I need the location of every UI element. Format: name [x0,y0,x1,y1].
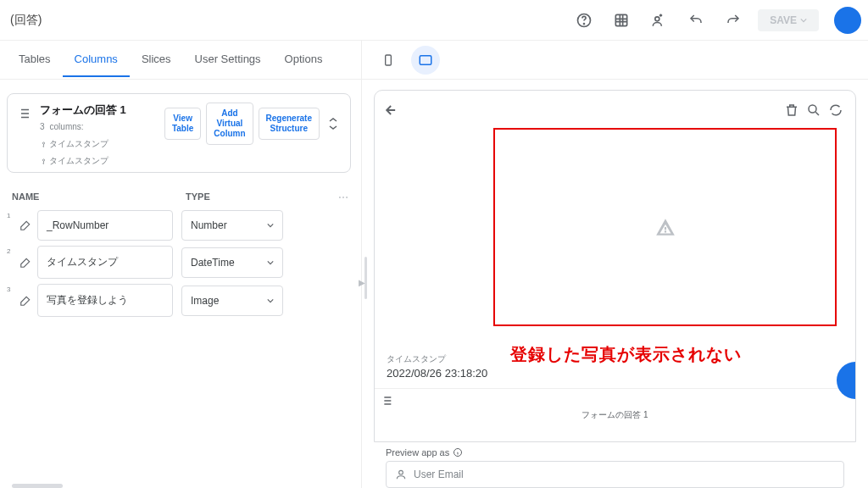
svg-point-1 [584,23,585,24]
edit-icon[interactable] [17,219,34,231]
table-row: 2 タイムスタンプ DateTime [7,246,354,279]
more-icon[interactable] [337,191,349,203]
chevron-right-icon: ▶ [359,278,365,287]
table-row: 3 写真を登録しよう Image [7,284,354,317]
svg-rect-2 [616,14,627,25]
name-field[interactable]: タイムスタンプ [37,246,173,279]
svg-point-11 [809,105,816,113]
info-icon[interactable] [453,447,463,458]
search-icon[interactable] [803,99,825,121]
warning-icon [654,216,676,238]
column-header: NAME TYPE [0,180,361,210]
avatar[interactable] [834,7,861,34]
preview-card: 登録した写真が表示されない タイムスタンプ 2022/08/26 23:18:2… [374,90,856,442]
svg-point-7 [342,197,344,198]
tab-tables[interactable]: Tables [7,42,63,77]
regenerate-structure-button[interactable]: Regenerate Structure [259,108,320,140]
view-table-button[interactable]: View Table [164,108,201,140]
help-icon[interactable] [571,8,597,33]
image-placeholder [493,128,837,326]
svg-point-6 [339,197,341,198]
annotation-text: 登録した写真が表示されない [510,343,742,366]
type-select[interactable]: Number [181,210,283,241]
undo-icon[interactable] [683,8,709,33]
save-button: SAVE [758,9,819,31]
table-card: フォームの回答 1 3 columns: タイムスタンプ タイムスタンプ Vie… [7,93,351,173]
timestamp-value: 2022/08/26 23:18:20 [387,367,843,380]
pane-divider[interactable]: ▶ [362,102,369,454]
phone-portrait-icon[interactable] [374,46,403,75]
name-field[interactable]: 写真を登録しよう [37,284,173,317]
tab-options[interactable]: Options [273,42,335,77]
svg-point-8 [346,197,348,198]
bottom-nav[interactable]: フォームの回答 1 [375,388,855,426]
tablet-icon[interactable] [411,46,440,75]
name-field[interactable]: _RowNumber [37,210,173,241]
svg-rect-9 [386,55,392,65]
refresh-icon[interactable] [825,99,847,121]
scrollbar[interactable] [12,484,63,488]
card-subtitle: 3 columns: タイムスタンプ タイムスタンプ [40,121,133,167]
preview-as-label: Preview app as [374,442,856,458]
tab-user-settings[interactable]: User Settings [183,42,273,77]
user-icon [395,469,407,480]
edit-icon[interactable] [17,295,34,307]
list-icon [380,394,850,408]
collapse-icon[interactable] [325,114,342,134]
svg-rect-10 [420,55,431,64]
edit-icon[interactable] [17,257,34,269]
svg-point-5 [42,158,44,160]
page-title: (回答) [7,13,571,28]
type-select[interactable]: Image [181,286,283,316]
svg-point-13 [399,470,403,474]
type-select[interactable]: DateTime [181,247,283,278]
add-user-icon[interactable] [646,8,671,33]
svg-point-3 [655,16,659,20]
card-title: フォームの回答 1 [40,103,133,118]
back-arrow-icon[interactable] [383,102,400,119]
tab-columns[interactable]: Columns [63,42,130,77]
email-field[interactable]: User Email [386,461,844,488]
tab-slices[interactable]: Slices [130,42,183,77]
add-virtual-column-button[interactable]: Add Virtual Column [206,103,253,145]
svg-point-4 [42,141,44,143]
grid-icon[interactable] [609,8,634,33]
redo-icon[interactable] [721,8,746,33]
tabs: Tables Columns Slices User Settings Opti… [0,41,361,80]
table-row: 1 _RowNumber Number [7,210,354,241]
list-icon [16,103,31,121]
trash-icon[interactable] [781,99,803,121]
